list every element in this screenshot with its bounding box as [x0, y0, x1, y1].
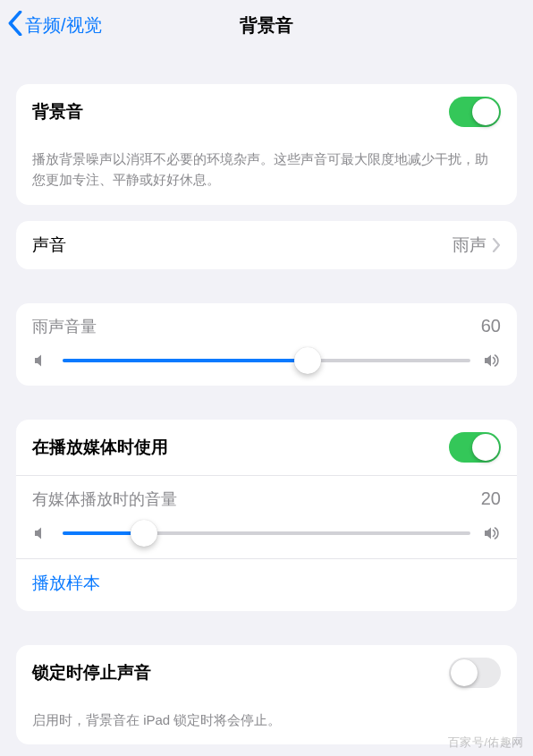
- volume-slider[interactable]: [63, 359, 470, 362]
- volume-label: 雨声音量: [32, 316, 97, 337]
- volume-low-icon: [32, 352, 50, 370]
- play-sample-button[interactable]: 播放样本: [16, 558, 517, 611]
- chevron-left-icon: [7, 11, 23, 40]
- volume-low-icon: [32, 524, 50, 542]
- group-media: 在播放媒体时使用 有媒体播放时的音量 20 播放样本: [16, 420, 517, 611]
- chevron-right-icon: [492, 238, 501, 252]
- group-lock-stop: 锁定时停止声音 启用时，背景音在 iPad 锁定时将会停止。: [16, 645, 517, 744]
- media-use-toggle[interactable]: [449, 432, 501, 463]
- page-title: 背景音: [240, 13, 293, 38]
- watermark: 百家号/佑趣网: [448, 735, 524, 751]
- media-use-label: 在播放媒体时使用: [32, 436, 449, 459]
- volume-high-icon: [483, 352, 501, 370]
- sound-select-value: 雨声: [453, 234, 486, 257]
- volume-high-icon: [483, 524, 501, 542]
- back-label: 音频/视觉: [25, 13, 102, 38]
- bg-sound-toggle[interactable]: [449, 97, 501, 127]
- media-vol-slider[interactable]: [63, 531, 470, 535]
- media-vol-label: 有媒体播放时的音量: [32, 488, 177, 510]
- bg-sound-label: 背景音: [32, 100, 449, 123]
- bg-sound-description: 播放背景噪声以消弭不必要的环境杂声。这些声音可最大限度地减少干扰，助您更加专注、…: [16, 140, 517, 205]
- sound-select-label: 声音: [32, 234, 453, 257]
- media-vol-value: 20: [481, 488, 501, 509]
- nav-bar: 音频/视觉 背景音: [0, 0, 533, 50]
- group-sound-select: 声音 雨声: [16, 221, 517, 269]
- lock-stop-toggle[interactable]: [449, 658, 501, 688]
- lock-stop-description: 启用时，背景音在 iPad 锁定时将会停止。: [16, 701, 517, 744]
- back-button[interactable]: 音频/视觉: [7, 0, 102, 50]
- group-background-sound: 背景音 播放背景噪声以消弭不必要的环境杂声。这些声音可最大限度地减少干扰，助您更…: [16, 84, 517, 205]
- lock-stop-label: 锁定时停止声音: [32, 661, 449, 684]
- group-volume: 雨声音量 60: [16, 303, 517, 386]
- volume-value: 60: [481, 316, 501, 336]
- sound-select-row[interactable]: 声音 雨声: [16, 221, 517, 269]
